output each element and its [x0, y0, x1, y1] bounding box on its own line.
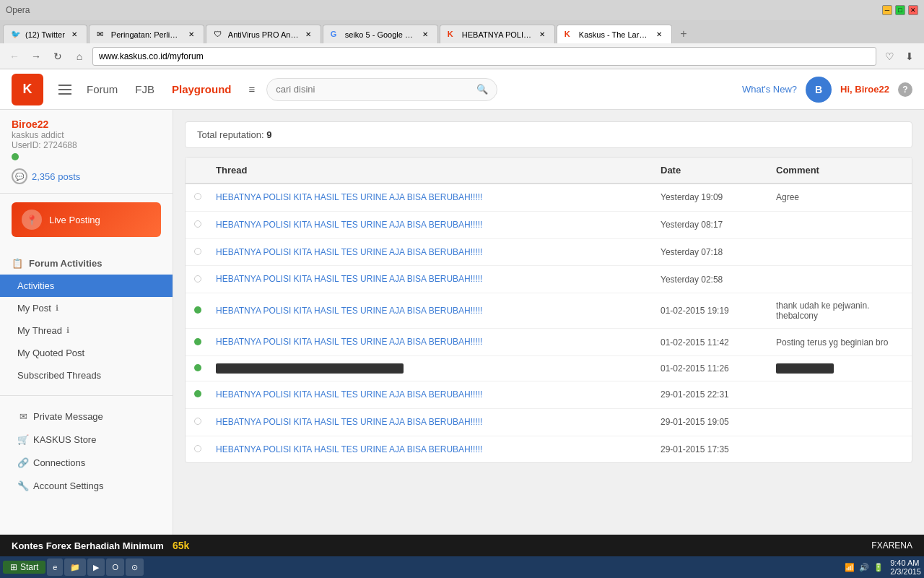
start-button[interactable]: ⊞ Start [3, 561, 45, 574]
sidebar-item-account-settings[interactable]: 🔧 Account Settings [0, 474, 173, 497]
row-thread-link[interactable]: HEBATNYA POLISI KITA HASIL TES URINE AJA… [207, 381, 652, 408]
forward-button[interactable]: → [27, 48, 45, 65]
status-indicator [194, 248, 201, 255]
row-date: 29-01-2015 19:05 [652, 410, 767, 434]
opera-logo: Opera [6, 5, 30, 15]
tray-volume: 🔊 [858, 561, 870, 573]
sidebar-item-private-message[interactable]: ✉ Private Message [0, 405, 173, 428]
row-thread-link[interactable]: HEBATNYA POLISI KITA HASIL TES URINE AJA… [207, 184, 652, 211]
tab-seiko[interactable]: G seiko 5 - Google Sear... ✕ [323, 25, 438, 43]
search-icon[interactable]: 🔍 [476, 84, 488, 95]
tab-kaskus[interactable]: K Kaskus - The Largest In... ✕ [557, 25, 672, 43]
taskbar-chrome[interactable]: ⊙ [126, 558, 144, 576]
tab-antivirus[interactable]: 🛡 AntiVirus PRO Androi... ✕ [206, 25, 321, 43]
section-forum-activities: 📋 Forum Activities [0, 251, 173, 275]
taskbar-right: 📶 🔊 🔋 9:40 AM 2/3/2015 [844, 558, 921, 576]
row-thread-link[interactable]: HEBATNYA POLISI KITA HASIL TES URINE AJA… [207, 329, 652, 355]
row-status [186, 330, 207, 355]
address-bar[interactable] [92, 47, 876, 66]
sidebar-item-my-post[interactable]: My Post ℹ [0, 297, 173, 319]
new-tab-button[interactable]: + [674, 25, 694, 43]
ad-amount: 65k [173, 540, 189, 551]
download-icon[interactable]: ⬇ [901, 48, 918, 65]
row-date: Yesterday 08:17 [652, 212, 767, 237]
windows-logo: ⊞ [10, 562, 17, 572]
avatar: B [806, 77, 832, 103]
nav-more[interactable]: ≡ [249, 80, 256, 98]
tab-close-peringatan[interactable]: ✕ [186, 30, 196, 40]
help-icon[interactable]: ? [898, 82, 912, 97]
hamburger-menu[interactable] [55, 79, 75, 100]
row-thread-link[interactable]: HEBATNYA POLISI KITA HASIL TES URINE AJA… [207, 298, 652, 324]
table-row: HEBATNYA POLISI KITA HASIL TES URINE AJA… [186, 184, 912, 212]
divider [0, 395, 173, 396]
row-thread-link[interactable]: HEBATNYA POLISI KITA HASIL TES URINE AJA… [207, 436, 652, 463]
posts-link[interactable]: 2,356 posts [32, 171, 80, 182]
window-controls[interactable]: ─ □ ✕ [882, 5, 918, 15]
row-date: Yesterday 19:09 [652, 185, 767, 210]
th-date: Date [652, 158, 767, 183]
tab-twitter[interactable]: 🐦 (12) Twitter ✕ [3, 25, 87, 43]
tab-close-kaskus[interactable]: ✕ [654, 30, 664, 40]
row-thread-link[interactable]: HEBATNYA POLISI KITA HASIL TES URINE AJA… [207, 212, 652, 238]
row-thread-link[interactable]: HEBATNYA POLISI KITA HASIL TES URINE AJA… [207, 239, 652, 266]
tab-close-seiko[interactable]: ✕ [420, 30, 430, 40]
site-header: K Forum FJB Playground ≡ 🔍 What's New? B… [0, 69, 924, 110]
tab-label-seiko: seiko 5 - Google Sear... [345, 30, 416, 39]
row-comment: Posting terus yg beginian bro [767, 330, 912, 355]
tab-peringatan[interactable]: ✉ Peringatan: Perlindun... ✕ [89, 25, 204, 43]
th-status [186, 158, 207, 183]
ad-bar[interactable]: Kontes Forex Berhadiah Minimum 65k FXARE… [0, 535, 924, 556]
reputation-value: 9 [266, 129, 271, 140]
whats-new-link[interactable]: What's New? [742, 84, 797, 95]
row-thread-link[interactable]: HEBATNYA POLISI KITA HASIL TES URINE AJA… [207, 266, 652, 293]
nav-fjb[interactable]: FJB [135, 80, 154, 98]
status-indicator [194, 418, 201, 425]
forum-activities-icon: 📋 [12, 257, 23, 269]
hamburger-line [58, 85, 71, 86]
tab-favicon-peringatan: ✉ [97, 30, 107, 40]
taskbar-media[interactable]: ▶ [87, 558, 105, 576]
sidebar-item-connections[interactable]: 🔗 Connections [0, 451, 173, 474]
row-comment [767, 387, 912, 402]
tab-close-hebatnya[interactable]: ✕ [537, 30, 547, 40]
bookmark-icon[interactable]: ♡ [881, 48, 898, 65]
taskbar-opera[interactable]: O [106, 558, 124, 576]
sidebar-item-kaskus-store[interactable]: 🛒 KASKUS Store [0, 428, 173, 451]
status-indicator [194, 275, 201, 282]
tab-hebatnya[interactable]: K HEBATNYA POLISI KIT... ✕ [440, 25, 555, 43]
profile-userid: UserID: 2724688 [12, 140, 161, 150]
tab-close-antivirus[interactable]: ✕ [303, 30, 313, 40]
taskbar-explorer[interactable]: 📁 [64, 558, 86, 576]
row-date: 01-02-2015 19:19 [652, 298, 767, 323]
profile-username[interactable]: Biroe22 [12, 118, 161, 130]
status-indicator [194, 445, 201, 452]
main-layout: Biroe22 kaskus addict UserID: 2724688 💬 … [0, 110, 924, 535]
tab-close-twitter[interactable]: ✕ [69, 30, 79, 40]
nav-playground[interactable]: Playground [172, 80, 232, 98]
taskbar: ⊞ Start e 📁 ▶ O ⊙ 📶 🔊 🔋 9:40 AM 2/3/2015 [0, 556, 924, 578]
table-header: Thread Date Comment [186, 158, 912, 184]
sidebar-item-subscribed-threads[interactable]: Subscribed Threads [0, 364, 173, 387]
sidebar-item-quoted-post[interactable]: My Quoted Post [0, 342, 173, 364]
refresh-button[interactable]: ↻ [49, 48, 66, 65]
tab-favicon-twitter: 🐦 [11, 30, 21, 40]
live-posting-button[interactable]: 📍 Live Posting [12, 202, 161, 237]
nav-forum[interactable]: Forum [87, 80, 118, 98]
home-button[interactable]: ⌂ [71, 48, 88, 65]
username-label[interactable]: Hi, Biroe22 [840, 84, 889, 95]
taskbar-ie[interactable]: e [47, 558, 63, 576]
search-input[interactable] [276, 84, 471, 95]
row-comment-redacted [767, 356, 912, 381]
row-date: 29-01-2015 17:35 [652, 437, 767, 462]
row-thread-link[interactable]: HEBATNYA POLISI KITA HASIL TES URINE AJA… [207, 409, 652, 436]
sidebar-item-my-thread[interactable]: My Thread ℹ [0, 319, 173, 342]
sidebar-item-activities[interactable]: Activities [0, 275, 173, 297]
minimize-button[interactable]: ─ [882, 5, 892, 15]
row-status [186, 212, 207, 237]
info-icon: ℹ [56, 303, 58, 313]
maximize-button[interactable]: □ [895, 5, 905, 15]
kaskus-logo[interactable]: K [12, 74, 43, 105]
back-button[interactable]: ← [6, 48, 23, 65]
close-button[interactable]: ✕ [908, 5, 918, 15]
